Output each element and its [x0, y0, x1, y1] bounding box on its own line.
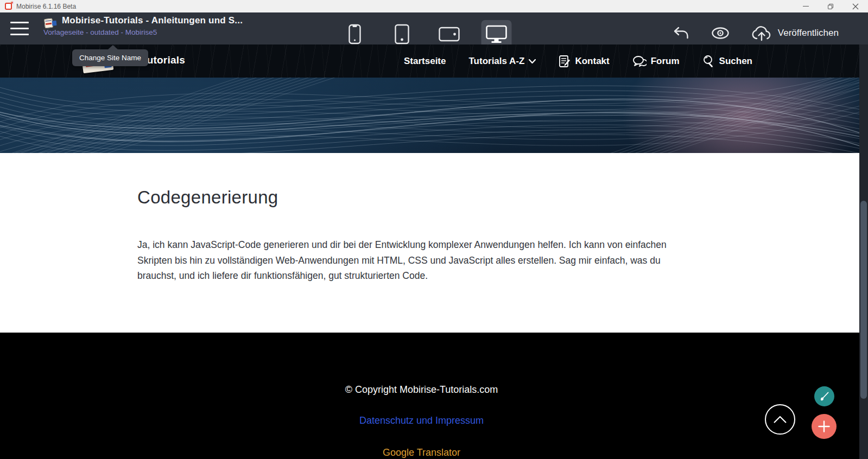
preview-button[interactable] [711, 27, 730, 40]
eye-icon [711, 27, 730, 40]
menu-item-suchen[interactable]: Suchen [702, 55, 752, 67]
minimize-icon [803, 6, 809, 7]
style-button[interactable] [814, 386, 834, 406]
restore-icon [828, 4, 833, 9]
vertical-scrollbar[interactable] [859, 44, 868, 459]
close-icon [852, 3, 859, 10]
undo-icon [673, 26, 689, 40]
privacy-link[interactable]: Datenschutz und Impressum [0, 415, 843, 426]
mobirise-app-window: ✶ Mobirise 6.1.16 Beta [0, 0, 868, 459]
change-site-name-tooltip: Change Site Name [72, 49, 148, 66]
hamburger-icon [10, 22, 29, 23]
window-title: Mobirise 6.1.16 Beta [16, 3, 76, 10]
publish-button[interactable]: Veröffentlichen [751, 25, 839, 41]
scrollbar-thumb[interactable] [860, 201, 867, 399]
menu-item-startseite[interactable]: Startseite [404, 56, 446, 67]
site-preview-viewport: e-Tutorials Startseite Tutorials A-Z [0, 44, 868, 459]
document-edit-icon [559, 55, 571, 68]
restore-button[interactable] [818, 0, 843, 12]
os-titlebar: ✶ Mobirise 6.1.16 Beta [0, 0, 868, 12]
menu-label: Forum [651, 56, 680, 67]
plus-icon [818, 420, 830, 432]
content-heading[interactable]: Codegenerierung [137, 187, 278, 208]
hero-banner [0, 78, 859, 153]
window-controls [793, 0, 868, 12]
menu-item-forum[interactable]: Forum [632, 55, 680, 67]
content-paragraph[interactable]: Ja, ich kann JavaScript-Code generieren … [137, 237, 684, 284]
toolbar-right-actions: Veröffentlichen [673, 25, 839, 41]
menu-label: Kontakt [575, 56, 609, 67]
tooltip-caret [108, 45, 118, 49]
chat-bubbles-icon [632, 55, 647, 67]
menu-item-kontakt[interactable]: Kontakt [559, 55, 609, 68]
menu-label: Tutorials A-Z [468, 56, 524, 67]
content-block: Codegenerierung Ja, ich kann JavaScript-… [0, 153, 859, 333]
copyright-text: © Copyright Mobirise-Tutorials.com [0, 384, 843, 396]
search-icon [702, 55, 715, 67]
cloud-upload-icon [751, 25, 772, 41]
tablet-portrait-icon [395, 24, 410, 44]
minimize-button[interactable] [793, 0, 818, 12]
desktop-icon [486, 25, 508, 43]
menu-item-tutorials[interactable]: Tutorials A-Z [468, 56, 536, 67]
mobirise-toolbar: Mobirise-Tutorials - Anleitungen und S..… [0, 12, 868, 44]
scroll-top-button[interactable] [765, 404, 795, 435]
wave-mesh-graphic [0, 78, 859, 153]
site-subtitle[interactable]: Vorlageseite - outdated - Mobirise5 [43, 28, 243, 36]
site-menu: Startseite Tutorials A-Z Kontakt [404, 44, 752, 78]
tooltip-text: Change Site Name [79, 54, 141, 62]
site-footer: © Copyright Mobirise-Tutorials.com Daten… [0, 333, 868, 459]
site-name-block[interactable]: Mobirise-Tutorials - Anleitungen und S..… [43, 15, 243, 36]
undo-button[interactable] [673, 26, 689, 40]
smartphone-icon [349, 24, 362, 44]
site-favicon-icon [44, 17, 57, 29]
main-menu-button[interactable] [10, 22, 29, 35]
tablet-landscape-icon [439, 27, 460, 42]
paintbrush-icon [819, 391, 830, 402]
add-block-button[interactable] [812, 414, 837, 439]
chevron-up-icon [773, 415, 787, 424]
menu-label: Startseite [404, 56, 446, 67]
chevron-down-icon [529, 59, 536, 63]
menu-label: Suchen [719, 56, 752, 67]
translator-link[interactable]: Google Translator [0, 447, 843, 458]
publish-label: Veröffentlichen [778, 28, 839, 39]
close-button[interactable] [843, 0, 868, 12]
site-title[interactable]: Mobirise-Tutorials - Anleitungen und S..… [62, 15, 243, 26]
mobirise-beta-app-icon: ✶ [5, 3, 12, 10]
